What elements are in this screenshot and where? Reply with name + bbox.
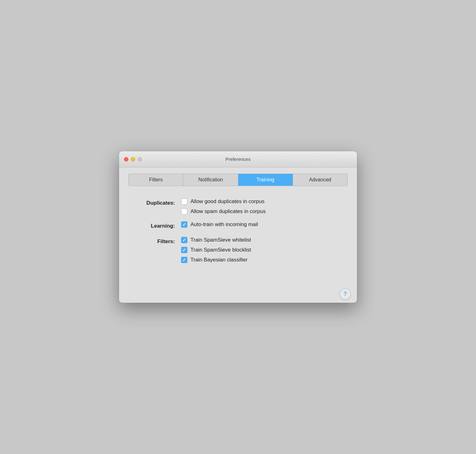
tab-advanced[interactable]: Advanced [293,174,347,186]
filters-controls: Train SpamSieve whitelist Train SpamSiev… [181,237,251,263]
train-bayesian-label: Train Bayesian classifier [190,257,248,263]
train-bayesian-checkbox[interactable] [181,257,187,263]
preferences-window: Preferences Filters Notification Trainin… [119,151,357,303]
train-blocklist-checkbox[interactable] [181,247,187,253]
learning-setting-row: Learning: Auto-train with incoming mail [135,221,341,230]
duplicates-label: Duplicates: [135,198,175,207]
footer: ? [119,282,357,303]
allow-good-duplicates-label: Allow good duplicates in corpus [190,198,264,205]
auto-train-row[interactable]: Auto-train with incoming mail [181,221,258,228]
allow-good-duplicates-row[interactable]: Allow good duplicates in corpus [181,198,266,205]
traffic-lights [124,157,142,161]
auto-train-label: Auto-train with incoming mail [190,221,258,228]
close-button[interactable] [124,157,128,161]
filters-label: Filters: [135,237,175,246]
zoom-button[interactable] [138,157,142,161]
window-title: Preferences [226,157,251,162]
train-whitelist-checkbox[interactable] [181,237,187,243]
settings-area: Duplicates: Allow good duplicates in cor… [128,195,348,273]
tab-bar: Filters Notification Training Advanced [128,174,348,186]
allow-spam-duplicates-row[interactable]: Allow spam duplicates in corpus [181,208,266,215]
train-bayesian-row[interactable]: Train Bayesian classifier [181,257,251,263]
allow-good-duplicates-checkbox[interactable] [181,198,187,205]
learning-controls: Auto-train with incoming mail [181,221,258,228]
allow-spam-duplicates-label: Allow spam duplicates in corpus [190,208,266,215]
content-area: Filters Notification Training Advanced D… [119,167,357,282]
minimize-button[interactable] [131,157,135,161]
titlebar: Preferences [119,151,357,167]
train-blocklist-label: Train SpamSieve blocklist [190,247,251,253]
train-whitelist-label: Train SpamSieve whitelist [190,237,251,243]
learning-label: Learning: [135,221,175,230]
auto-train-checkbox[interactable] [181,221,187,228]
train-blocklist-row[interactable]: Train SpamSieve blocklist [181,247,251,253]
help-button[interactable]: ? [340,288,351,300]
filters-setting-row: Filters: Train SpamSieve whitelist Train… [135,237,341,263]
train-whitelist-row[interactable]: Train SpamSieve whitelist [181,237,251,243]
allow-spam-duplicates-checkbox[interactable] [181,208,187,215]
tab-training[interactable]: Training [238,174,293,186]
tab-filters[interactable]: Filters [129,174,183,186]
duplicates-controls: Allow good duplicates in corpus Allow sp… [181,198,266,215]
duplicates-setting-row: Duplicates: Allow good duplicates in cor… [135,198,341,215]
tab-notification[interactable]: Notification [183,174,238,186]
